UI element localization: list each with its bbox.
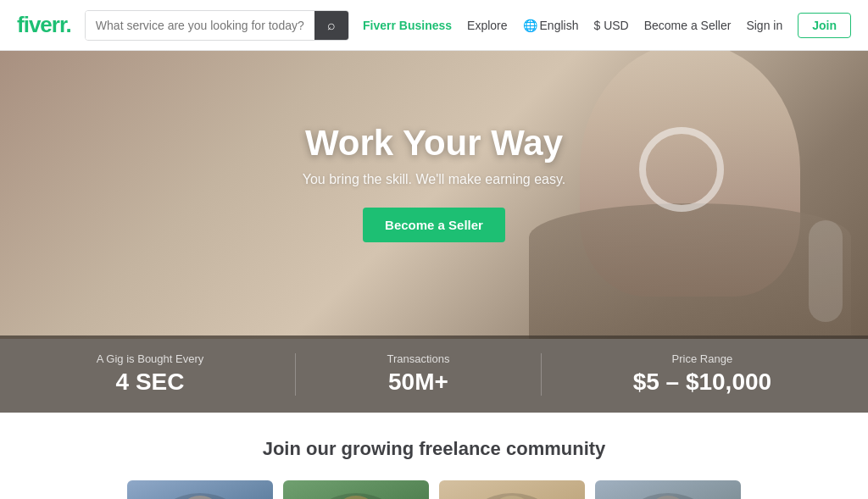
- card-bg-designer: [127, 480, 273, 499]
- stat-item-1: Transactions 50M+: [387, 352, 449, 396]
- search-icon: ⌕: [327, 18, 336, 33]
- community-card-1[interactable]: I am a Developer: [283, 480, 429, 499]
- stat-label-0: A Gig is Bought Every: [97, 352, 203, 365]
- community-cards: I am a Designer I am a Developer I am a …: [17, 480, 851, 499]
- nav-currency[interactable]: $ USD: [593, 19, 628, 32]
- stat-label-1: Transactions: [387, 352, 449, 365]
- stats-bar: A Gig is Bought Every 4 SEC Transactions…: [0, 335, 868, 413]
- nav-links: Fiverr Business Explore 🌐 English $ USD …: [363, 13, 851, 38]
- search-button[interactable]: ⌕: [314, 11, 348, 40]
- globe-icon: 🌐: [523, 19, 537, 32]
- card-bg-writer: [439, 480, 585, 499]
- nav-language[interactable]: 🌐 English: [523, 19, 579, 32]
- join-button[interactable]: Join: [798, 13, 851, 38]
- nav-explore[interactable]: Explore: [467, 19, 507, 32]
- nav-fiverr-business[interactable]: Fiverr Business: [363, 19, 452, 32]
- nav-signin[interactable]: Sign in: [746, 19, 782, 32]
- hero-cta-button[interactable]: Become a Seller: [363, 208, 505, 242]
- stat-value-1: 50M+: [387, 369, 449, 396]
- stat-item-2: Price Range $5 – $10,000: [633, 352, 772, 396]
- hero-section: Work Your Way You bring the skill. We'll…: [0, 51, 868, 339]
- stat-divider-2: [541, 353, 542, 396]
- header: fiverr. ⌕ Fiverr Business Explore 🌐 Engl…: [0, 0, 868, 51]
- community-title: Join our growing freelance community: [17, 438, 851, 460]
- hero-subtitle: You bring the skill. We'll make earning …: [303, 172, 565, 187]
- nav-become-seller[interactable]: Become a Seller: [644, 19, 732, 32]
- community-card-3[interactable]: I am a Video Editor: [595, 480, 741, 499]
- language-label: English: [540, 19, 579, 32]
- hero-overlay: Work Your Way You bring the skill. We'll…: [0, 51, 868, 339]
- hero-title: Work Your Way: [305, 123, 563, 164]
- logo-dot: .: [66, 12, 71, 37]
- stat-value-2: $5 – $10,000: [633, 369, 772, 396]
- stat-item-0: A Gig is Bought Every 4 SEC: [97, 352, 203, 396]
- community-card-2[interactable]: I am a Writer: [439, 480, 585, 499]
- logo[interactable]: fiverr.: [17, 12, 71, 38]
- search-bar: ⌕: [85, 10, 349, 41]
- community-section: Join our growing freelance community I a…: [0, 413, 868, 499]
- stat-value-0: 4 SEC: [97, 369, 203, 396]
- community-card-0[interactable]: I am a Designer: [127, 480, 273, 499]
- logo-text: fiverr: [17, 12, 66, 37]
- search-input[interactable]: [86, 11, 314, 40]
- card-bg-developer: [283, 480, 429, 499]
- card-bg-video-editor: [595, 480, 741, 499]
- stat-label-2: Price Range: [633, 352, 772, 365]
- stat-divider-1: [295, 353, 296, 396]
